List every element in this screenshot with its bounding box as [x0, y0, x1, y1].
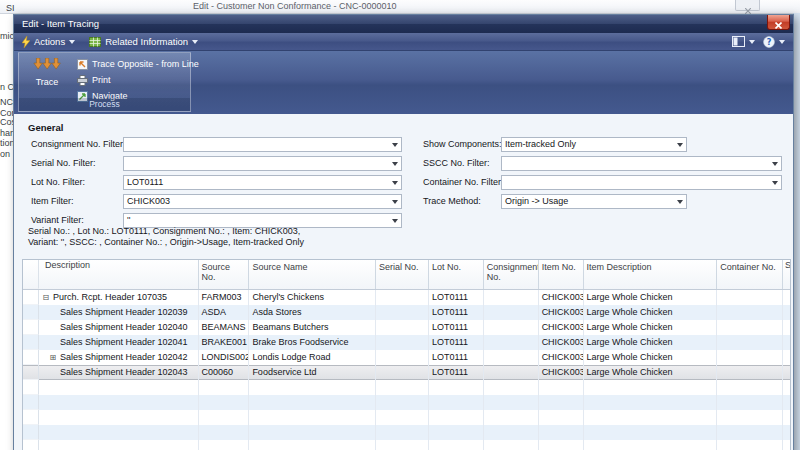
- table-row[interactable]: Sales Shipment Header 102041 BRAKE001 Br…: [23, 335, 790, 350]
- table-row[interactable]: Sales Shipment Header 102039 ASDA Asda S…: [23, 305, 790, 320]
- actions-menu[interactable]: Actions: [22, 36, 75, 48]
- chevron-down-icon[interactable]: [677, 200, 683, 204]
- trace-method-label: Trace Method:: [423, 196, 481, 206]
- cell-source-name: Beamans Butchers: [249, 320, 376, 335]
- expand-icon[interactable]: ⊞: [48, 350, 58, 365]
- row-selector[interactable]: [23, 350, 39, 365]
- col-header-description[interactable]: Description: [39, 260, 199, 289]
- chevron-down-icon[interactable]: [677, 143, 683, 147]
- cell-serial-no: [376, 335, 429, 350]
- cell-container-no: [717, 365, 783, 380]
- chevron-down-icon[interactable]: [392, 219, 398, 223]
- cell-consignment-no: [484, 320, 539, 335]
- col-header-serial-no[interactable]: Serial No.: [376, 260, 429, 289]
- variant-filter-value: '': [127, 215, 130, 225]
- table-row[interactable]: Sales Shipment Header 102040 BEAMANS Bea…: [23, 320, 790, 335]
- cell-container-no: [717, 290, 783, 305]
- related-information-icon: [89, 36, 101, 48]
- row-selector: [23, 410, 39, 425]
- chevron-down-icon[interactable]: [392, 162, 398, 166]
- titlebar[interactable]: Edit - Item Tracing: [14, 15, 793, 33]
- cell-clipped: [783, 305, 790, 320]
- trace-method-field[interactable]: Origin -> Usage: [501, 194, 687, 209]
- chevron-down-icon: [192, 40, 198, 44]
- cell-consignment-no: [484, 305, 539, 320]
- cell-source-no: BEAMANS: [199, 320, 250, 335]
- cell-item-no: CHICK003: [539, 350, 584, 365]
- help-button[interactable]: ?: [763, 36, 785, 48]
- empty-row: [23, 395, 790, 410]
- cell-serial-no: [376, 290, 429, 305]
- row-selector: [23, 380, 39, 395]
- lightning-icon: [22, 36, 30, 48]
- trace-opposite-button[interactable]: Trace Opposite - from Line: [77, 57, 199, 71]
- row-selector-header: [23, 260, 39, 289]
- trace-button[interactable]: Trace: [21, 55, 73, 99]
- lot-filter-value: LOT0111: [127, 177, 163, 187]
- empty-row: [23, 380, 790, 395]
- table-row[interactable]: ⊞Sales Shipment Header 102042 LONDIS002 …: [23, 350, 790, 365]
- cell-item-description: Large Whole Chicken: [584, 365, 718, 380]
- menubar: Actions Related Information ?: [14, 33, 793, 51]
- lot-filter-field[interactable]: LOT0111: [123, 175, 402, 190]
- col-header-source-no[interactable]: Source No.: [199, 260, 250, 289]
- col-header-source-name[interactable]: Source Name: [249, 260, 376, 289]
- container-filter-field[interactable]: [501, 175, 782, 190]
- cell-consignment-no: [484, 350, 539, 365]
- col-header-lot-no[interactable]: Lot No.: [429, 260, 484, 289]
- chevron-down-icon[interactable]: [392, 200, 398, 204]
- col-header-item-description[interactable]: Item Description: [584, 260, 718, 289]
- empty-row: [23, 440, 790, 450]
- background-fragment: mics: [0, 31, 13, 41]
- row-selector[interactable]: [23, 335, 39, 350]
- show-components-label: Show Components:: [423, 139, 502, 149]
- cell-clipped: [783, 350, 790, 365]
- item-tracing-window: Edit - Item Tracing Actions Related Info…: [13, 14, 794, 450]
- cell-source-name: Londis Lodge Road: [249, 350, 376, 365]
- cell-description: Sales Shipment Header 102040: [58, 322, 188, 332]
- chevron-down-icon[interactable]: [392, 143, 398, 147]
- col-header-clipped[interactable]: S: [783, 260, 790, 289]
- close-button[interactable]: [767, 15, 790, 30]
- background-right-pane: [793, 13, 800, 450]
- consignment-filter-field[interactable]: [123, 137, 402, 152]
- chevron-down-icon: [69, 40, 75, 44]
- cell-item-description: Large Whole Chicken: [584, 305, 718, 320]
- table-row[interactable]: ⊟Purch. Rcpt. Header 107035 FARM003 Cher…: [23, 290, 790, 305]
- row-selector[interactable]: [23, 320, 39, 335]
- col-header-container-no[interactable]: Container No.: [717, 260, 783, 289]
- cell-source-no: C00060: [199, 365, 250, 380]
- row-selector[interactable]: [23, 290, 39, 305]
- col-header-consignment-no[interactable]: Consignment No.: [484, 260, 539, 289]
- consignment-filter-label: Consignment No. Filter:: [31, 139, 126, 149]
- row-selector[interactable]: [23, 365, 39, 380]
- collapse-icon[interactable]: ⊟: [41, 290, 51, 305]
- row-selector: [23, 425, 39, 440]
- serial-filter-field[interactable]: [123, 156, 402, 171]
- background-close-button[interactable]: [735, 0, 760, 11]
- grid-header-row: Description Source No. Source Name Seria…: [23, 260, 790, 290]
- chevron-down-icon[interactable]: [772, 162, 778, 166]
- col-header-item-no[interactable]: Item No.: [539, 260, 584, 289]
- view-layout-button[interactable]: [732, 36, 755, 47]
- cell-lot-no: LOT0111: [429, 335, 484, 350]
- chevron-down-icon[interactable]: [392, 181, 398, 185]
- row-selector[interactable]: [23, 305, 39, 320]
- row-selector: [23, 395, 39, 410]
- table-row-selected[interactable]: Sales Shipment Header 102043 C00060 Food…: [23, 365, 790, 380]
- show-components-field[interactable]: Item-tracked Only: [501, 137, 687, 152]
- cell-item-no: CHICK003: [539, 305, 584, 320]
- item-filter-field[interactable]: CHICK003: [123, 194, 402, 209]
- print-button[interactable]: Print: [77, 73, 111, 87]
- cell-source-name: Cheryl's Chickens: [249, 290, 376, 305]
- cell-consignment-no: [484, 290, 539, 305]
- cell-item-no: CHICK003: [539, 290, 584, 305]
- cell-consignment-no: [484, 335, 539, 350]
- sscc-filter-field[interactable]: [501, 156, 782, 171]
- trace-button-label: Trace: [21, 77, 73, 87]
- cell-lot-no: LOT0111: [429, 290, 484, 305]
- chevron-down-icon[interactable]: [772, 181, 778, 185]
- related-information-label: Related Information: [105, 36, 188, 47]
- related-information-menu[interactable]: Related Information: [89, 36, 198, 48]
- screen: Edit - Customer Non Conformance - CNC-00…: [0, 0, 800, 450]
